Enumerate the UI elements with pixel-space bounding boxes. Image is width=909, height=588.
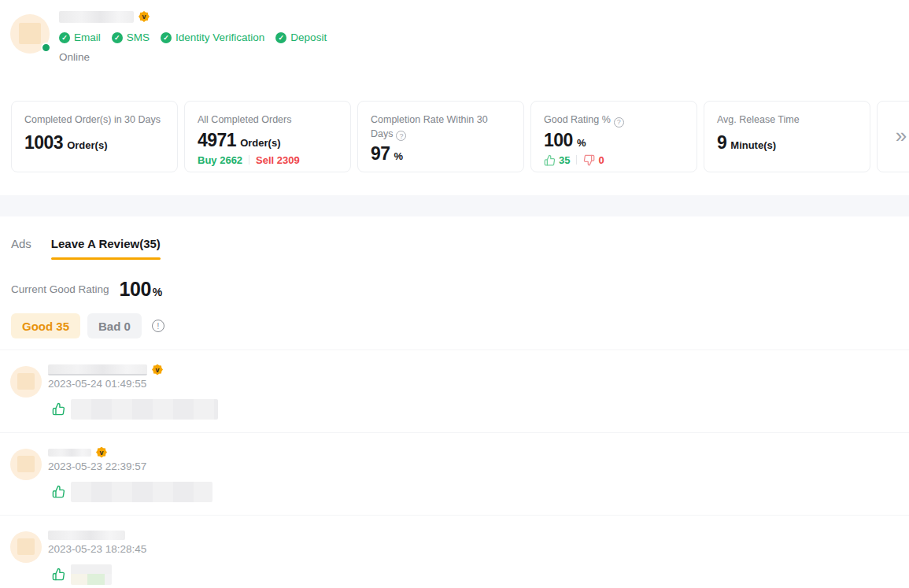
verified-user-icon: v <box>96 447 107 458</box>
review-content: v 2023-05-23 22:39:57 <box>48 446 212 502</box>
buy-sell-breakdown: Buy 2662 Sell 2309 <box>198 154 338 166</box>
reviewer-name-redacted <box>48 531 125 540</box>
stat-unit: % <box>394 150 404 162</box>
merchant-profile-page: v ✓ Email ✓ SMS ✓ Identity Verification … <box>0 0 909 588</box>
stat-label: Completed Order(s) in 30 Days <box>24 113 164 128</box>
stat-card-completion-rate: Completion Rate Within 30 Days? 97 % <box>357 101 524 172</box>
thumbs-up-icon <box>52 568 65 581</box>
thumbs-up-icon <box>544 154 556 166</box>
rating-percent-sign: % <box>153 286 162 298</box>
review-body <box>52 399 218 420</box>
info-icon[interactable]: ! <box>152 320 164 332</box>
identity-verified-badge: ✓ Identity Verification <box>161 31 264 43</box>
stat-label: Avg. Release Time <box>717 113 857 128</box>
stat-card-all-completed: All Completed Orders 4971 Order(s) Buy 2… <box>184 101 351 172</box>
reviewer-avatar <box>10 449 42 480</box>
stat-unit: Order(s) <box>240 137 280 149</box>
help-icon[interactable]: ? <box>614 117 624 128</box>
content-tabs: Ads Leave A Review(35) <box>11 237 909 260</box>
review-content: v 2023-05-24 01:49:55 <box>48 364 218 420</box>
check-icon: ✓ <box>59 32 70 43</box>
stat-card-avg-release-time: Avg. Release Time 9 Minute(s) <box>704 101 870 172</box>
check-icon: ✓ <box>275 32 286 43</box>
thumbs-down-count: 0 <box>583 154 604 166</box>
thumbs-up-icon <box>52 485 65 498</box>
divider <box>576 155 577 165</box>
badge-label: Deposit <box>290 31 327 43</box>
stat-label: Completion Rate Within 30 Days? <box>371 113 511 141</box>
reviewer-name-row: v <box>48 446 212 458</box>
stat-unit: Order(s) <box>67 139 107 151</box>
profile-info: v ✓ Email ✓ SMS ✓ Identity Verification … <box>59 8 327 63</box>
merchant-name-redacted <box>59 11 134 23</box>
review-body <box>52 564 146 585</box>
help-icon[interactable]: ? <box>396 131 406 141</box>
online-status-dot <box>41 43 51 53</box>
active-tab-underline <box>51 257 161 260</box>
badge-label: Identity Verification <box>176 31 264 43</box>
current-good-rating: Current Good Rating 100 % <box>11 278 909 301</box>
tab-leave-a-review[interactable]: Leave A Review(35) <box>51 237 161 260</box>
tab-label: Ads <box>11 237 31 250</box>
sms-verified-badge: ✓ SMS <box>112 31 150 43</box>
review-item: v 2023-05-24 01:49:55 <box>0 349 909 432</box>
review-filter-chips: Good 35 Bad 0 ! <box>11 313 909 338</box>
stats-cards-row: Completed Order(s) in 30 Days 1003 Order… <box>11 101 909 172</box>
section-separator-band <box>0 195 909 216</box>
filter-chip-bad[interactable]: Bad 0 <box>87 313 142 338</box>
stat-card-completed-30d: Completed Order(s) in 30 Days 1003 Order… <box>11 101 178 172</box>
tab-ads[interactable]: Ads <box>11 237 31 250</box>
stat-unit: % <box>577 137 586 149</box>
review-timestamp: 2023-05-24 01:49:55 <box>48 378 218 390</box>
review-body <box>52 482 212 502</box>
stat-label-text: Completion Rate Within 30 Days <box>371 114 488 139</box>
filter-chip-good[interactable]: Good 35 <box>11 313 80 338</box>
deposit-verified-badge: ✓ Deposit <box>275 31 327 43</box>
verification-badges: ✓ Email ✓ SMS ✓ Identity Verification ✓ … <box>59 31 327 43</box>
stat-value: 97 <box>371 143 390 165</box>
review-content: 2023-05-23 18:28:45 <box>48 529 146 585</box>
review-text-redacted <box>71 564 112 585</box>
thumbs-breakdown: 35 0 <box>544 154 684 166</box>
check-icon: ✓ <box>161 32 172 43</box>
review-text-redacted <box>71 482 212 502</box>
thumbs-down-icon <box>583 154 595 166</box>
review-timestamp: 2023-05-23 18:28:45 <box>48 543 146 555</box>
rating-label: Current Good Rating <box>11 283 109 295</box>
merchant-avatar <box>10 14 50 54</box>
review-list: v 2023-05-24 01:49:55 v 2023-05-23 22:39 <box>0 349 909 588</box>
thumbs-down-value: 0 <box>598 154 604 166</box>
stat-label-text: Good Rating % <box>544 114 611 125</box>
rating-value: 100 % <box>120 278 163 301</box>
reviewer-name-redacted <box>48 449 91 457</box>
review-text-redacted <box>71 399 218 420</box>
stat-label: All Completed Orders <box>198 113 338 128</box>
stat-label: Good Rating %? <box>544 113 684 128</box>
thumbs-up-icon <box>52 402 65 416</box>
reviewer-name-redacted <box>48 364 147 375</box>
stat-card-good-rating: Good Rating %? 100 % 35 0 <box>530 101 697 172</box>
merchant-name-row: v <box>59 9 327 24</box>
review-timestamp: 2023-05-23 22:39:57 <box>48 460 212 472</box>
email-verified-badge: ✓ Email <box>59 31 101 43</box>
profile-header: v ✓ Email ✓ SMS ✓ Identity Verification … <box>0 0 909 63</box>
badge-label: SMS <box>127 31 150 43</box>
online-status-text: Online <box>59 51 327 63</box>
sell-count: Sell 2309 <box>256 154 300 166</box>
rating-number: 100 <box>120 278 151 301</box>
tab-label: Leave A Review(35) <box>51 237 161 250</box>
expand-chevrons-icon[interactable]: » <box>896 125 907 149</box>
stats-expand-card[interactable]: » <box>877 101 909 172</box>
reviewer-avatar <box>10 531 42 563</box>
stat-value: 1003 <box>24 132 63 153</box>
buy-count: Buy 2662 <box>198 154 242 166</box>
reviewer-avatar <box>10 366 42 398</box>
stat-unit: Minute(s) <box>730 139 776 151</box>
thumbs-up-count: 35 <box>544 154 570 166</box>
thumbs-up-value: 35 <box>559 154 570 166</box>
stat-value: 100 <box>544 130 573 151</box>
review-item: 2023-05-23 18:28:45 <box>0 515 909 588</box>
stat-value: 4971 <box>198 130 236 151</box>
reviewer-name-row: v <box>48 364 218 375</box>
stat-value: 9 <box>717 132 726 153</box>
